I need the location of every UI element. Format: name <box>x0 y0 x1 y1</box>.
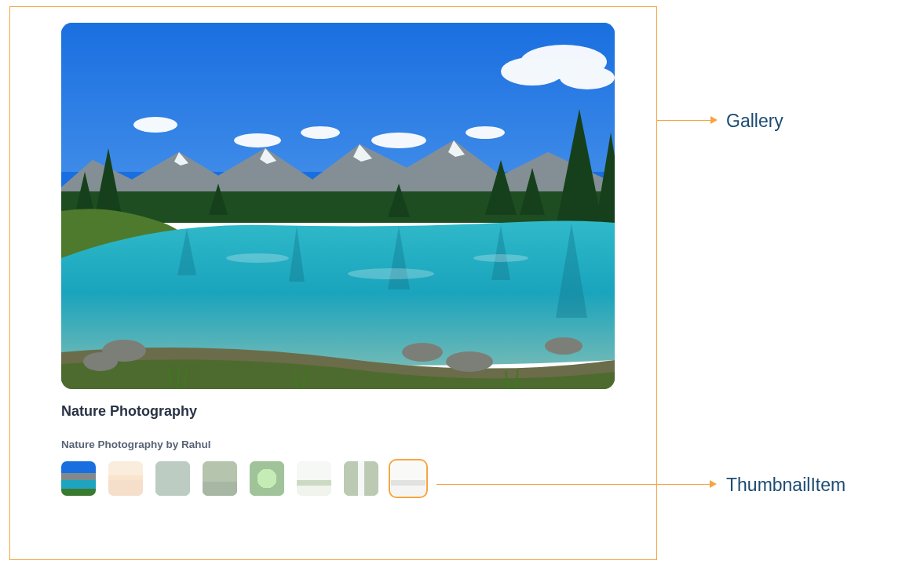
thumbnail-item-lone-tree[interactable] <box>297 461 331 496</box>
svg-point-26 <box>545 337 583 355</box>
gallery: Nature Photography Nature Photography by… <box>61 23 615 496</box>
svg-point-20 <box>348 268 434 279</box>
svg-point-8 <box>371 133 426 148</box>
svg-point-23 <box>83 352 118 371</box>
svg-point-6 <box>234 133 281 147</box>
thumbnail-item-coastal-arch[interactable] <box>155 461 190 496</box>
svg-point-4 <box>560 66 615 89</box>
svg-rect-1 <box>61 23 615 172</box>
gallery-title: Nature Photography <box>61 403 615 420</box>
arrow-right-icon <box>710 116 718 124</box>
svg-point-24 <box>402 343 443 362</box>
svg-point-19 <box>226 253 289 263</box>
gallery-subtitle: Nature Photography by Rahul <box>61 439 615 450</box>
annotation-connector <box>436 484 713 485</box>
thumbnail-item-foggy-tree[interactable] <box>391 461 425 496</box>
svg-point-3 <box>501 57 564 86</box>
svg-point-25 <box>446 351 493 372</box>
gallery-main-image[interactable] <box>61 23 615 389</box>
thumbnail-item-mountain-lake[interactable] <box>61 461 96 496</box>
svg-point-21 <box>473 254 528 262</box>
landscape-illustration <box>61 23 615 389</box>
annotation-connector <box>657 120 714 121</box>
annotation-label-gallery: Gallery <box>726 111 783 132</box>
annotation-label-thumbnail: ThumbnailItem <box>726 475 845 496</box>
arrow-right-icon <box>710 480 717 488</box>
svg-point-7 <box>301 126 340 139</box>
thumbnail-item-forest-hills[interactable] <box>203 461 237 496</box>
svg-point-9 <box>466 126 505 139</box>
thumbnail-strip <box>61 461 615 496</box>
thumbnail-item-fern-spiral[interactable] <box>250 461 284 496</box>
thumbnail-item-waterfall[interactable] <box>344 461 378 496</box>
thumbnail-item-sunset-reflection[interactable] <box>108 461 143 496</box>
svg-point-5 <box>133 117 177 133</box>
